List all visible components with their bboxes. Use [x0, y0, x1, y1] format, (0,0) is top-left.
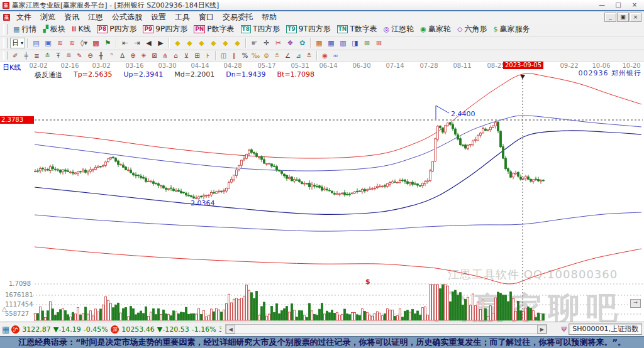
- draw-tool-0-5[interactable]: ≞: [64, 52, 74, 60]
- draw-tool-0-7[interactable]: ⊖: [85, 52, 96, 60]
- tool-button-1-3[interactable]: ▶: [155, 38, 167, 48]
- draw-tool-1-3[interactable]: ‰: [250, 52, 261, 60]
- tool-button-2-0[interactable]: ◆: [172, 38, 184, 48]
- draw-tool-0-3[interactable]: ≛: [42, 52, 53, 60]
- toolbar-item-赢家轮[interactable]: ◉赢家轮: [417, 23, 454, 36]
- menu-6[interactable]: 工具: [170, 11, 194, 23]
- close-button[interactable]: ×: [628, 1, 641, 9]
- draw-tool-0-6[interactable]: ✎: [74, 52, 85, 60]
- tool-button-1-0[interactable]: ⇤: [119, 38, 131, 48]
- mdi-close-button[interactable]: ×: [630, 13, 641, 22]
- draw-tool-1-2[interactable]: %: [240, 52, 250, 60]
- tool-button-0-0[interactable]: ▤: [30, 38, 42, 48]
- tool-button-3-2[interactable]: ✂: [272, 38, 284, 48]
- draw-tool-2-1[interactable]: ∞: [330, 52, 341, 60]
- tool-button-1-2[interactable]: ◀: [143, 38, 155, 48]
- draw-tool-0-2[interactable]: ≣: [31, 52, 42, 60]
- draw-tool-0-4[interactable]: Ŧ: [53, 52, 64, 60]
- tool-button-0-6[interactable]: ⚑: [102, 38, 114, 48]
- kline-chart[interactable]: 江恩工具软件 QQ:100800360赢赢家聊吧2.44002.0364$: [0, 62, 644, 322]
- toolbar-item-P四方形[interactable]: P8P四方形: [94, 23, 140, 36]
- maximize-button[interactable]: □: [611, 1, 625, 9]
- tool-button-4-3[interactable]: ◨: [349, 38, 361, 48]
- menu-3[interactable]: 江恩: [84, 11, 108, 23]
- draw-tool-0-8[interactable]: ╫: [96, 52, 106, 60]
- draw-tool-1-1[interactable]: ∥: [229, 52, 240, 60]
- menu-4[interactable]: 公式选股: [108, 11, 147, 23]
- toolbar-item-赢家服务[interactable]: $赢家服务: [490, 23, 533, 36]
- minimize-button[interactable]: —: [595, 1, 609, 9]
- mdi-minimize-button[interactable]: _: [604, 13, 616, 22]
- toolbar-item-9P四方形[interactable]: P99P四方形: [140, 23, 191, 36]
- draw-tool-0-17[interactable]: ⊞: [192, 52, 203, 60]
- tool-button-2-3[interactable]: ◆: [208, 38, 219, 48]
- draw-tool-1-6[interactable]: ∠: [282, 52, 293, 60]
- tool-button-3-1[interactable]: ✛: [260, 38, 272, 48]
- tool-button-3-3[interactable]: ❖: [284, 38, 296, 48]
- menu-9[interactable]: 帮助: [257, 11, 281, 23]
- tool-button-4-5[interactable]: ⊞: [373, 38, 385, 48]
- toolbar-item-T数字表[interactable]: TNT数字表: [334, 23, 380, 36]
- tool-button-3-4[interactable]: ✿: [296, 38, 308, 48]
- menu-8[interactable]: 交易委托: [218, 11, 257, 23]
- toolbar-item-K线[interactable]: ⅢK线: [69, 23, 94, 36]
- draw-tool-1-5[interactable]: ≙: [272, 52, 282, 60]
- menu-2[interactable]: 资讯: [60, 11, 84, 23]
- draw-tool-1-7[interactable]: ⊿: [293, 52, 304, 60]
- tool-button-2-5[interactable]: ◆: [231, 38, 243, 48]
- draw-tool-0-9[interactable]: ⁿ: [106, 52, 117, 60]
- draw-tool-0-13[interactable]: ⊠: [149, 52, 160, 60]
- draw-tool-1-0[interactable]: ◫: [218, 52, 229, 60]
- tool-button-0-4[interactable]: ◊▾: [78, 38, 90, 48]
- tool-button-0-3[interactable]: ≋: [66, 38, 78, 48]
- menu-7[interactable]: 窗口: [194, 11, 218, 23]
- tool-button-3-0[interactable]: ☛: [248, 38, 260, 48]
- volume-bars[interactable]: [35, 285, 545, 320]
- toolbar-item-P数字表[interactable]: PNP数字表: [191, 23, 237, 36]
- tool-button-4-4[interactable]: ⊞: [361, 38, 373, 48]
- chart-horizontal-scrollbar[interactable]: ◀ ▶: [225, 324, 547, 334]
- tool-button-4-2[interactable]: ▥: [337, 38, 349, 48]
- tool-button-2-1[interactable]: ◆: [184, 38, 196, 48]
- draw-tool-0-12[interactable]: ✳: [138, 52, 149, 60]
- tool-button-0-2[interactable]: ≋: [54, 38, 66, 48]
- scroll-left-button[interactable]: ◀: [226, 325, 235, 334]
- toolbar-item-江恩轮[interactable]: ◎江恩轮: [380, 23, 418, 36]
- scroll-right-button[interactable]: ▶: [537, 325, 547, 334]
- period-combo[interactable]: 日▾: [10, 38, 25, 48]
- tool-button-4-1[interactable]: ▦: [325, 38, 337, 48]
- draw-tool-0-18[interactable]: ⊦: [203, 52, 213, 60]
- toolbar-item-板块[interactable]: ▞板块: [40, 23, 68, 36]
- draw-tool-0-14[interactable]: ⋔: [160, 52, 170, 60]
- toolbar-item-9T四方形[interactable]: T99T四方形: [283, 23, 333, 36]
- sh-index-quote[interactable]: 沪 3122.87 ▼-14.19 -0.45% 2637.85亿: [11, 325, 111, 334]
- menu-0[interactable]: 文件: [12, 11, 36, 23]
- draw-tool-0-10[interactable]: ∆: [117, 52, 128, 60]
- toolbar-item-行情[interactable]: ▦行情: [10, 23, 40, 36]
- quote-grid-icon[interactable]: ▦: [2, 325, 9, 334]
- draw-tool-0-11[interactable]: ⊕: [128, 52, 138, 60]
- pane-splitter-button[interactable]: △: [2, 305, 7, 312]
- draw-tool-1-8[interactable]: ≚: [304, 52, 314, 60]
- tool-button-1-1[interactable]: ⇥: [131, 38, 143, 48]
- tool-button-2-4[interactable]: ◆: [219, 38, 231, 48]
- draw-tool-0-16[interactable]: ⊻: [181, 52, 192, 60]
- tool-button-0-5[interactable]: ▩: [90, 38, 102, 48]
- menu-1[interactable]: 浏览: [36, 11, 60, 23]
- draw-tool-0-15[interactable]: ⌂: [170, 52, 181, 60]
- scroll-right-mini-button[interactable]: →: [630, 299, 641, 308]
- draw-tool-2-0[interactable]: ◉: [319, 52, 330, 60]
- tool-button-4-0[interactable]: ▦: [313, 38, 325, 48]
- sz-index-quote[interactable]: 深 10253.46 ▼-120.53 -1.16% 3894.3亿: [111, 325, 221, 334]
- candlesticks[interactable]: [35, 121, 545, 200]
- draw-tool-1-4[interactable]: ⊜: [261, 52, 272, 60]
- tool-button-2-2[interactable]: ◆: [196, 38, 208, 48]
- toolbar-item-T四方形[interactable]: T8T四方形: [238, 23, 284, 36]
- mdi-restore-button[interactable]: ▣: [617, 13, 629, 22]
- toolbar-item-六角形[interactable]: ◇六角形: [454, 23, 490, 36]
- tool-button-0-1[interactable]: ▣: [42, 38, 54, 48]
- current-index-box[interactable]: SH000001,上证指数: [569, 324, 642, 335]
- draw-tool-0-0[interactable]: ✐: [10, 52, 21, 60]
- menu-5[interactable]: 设置: [147, 11, 170, 23]
- draw-tool-0-1[interactable]: ╪: [21, 52, 31, 60]
